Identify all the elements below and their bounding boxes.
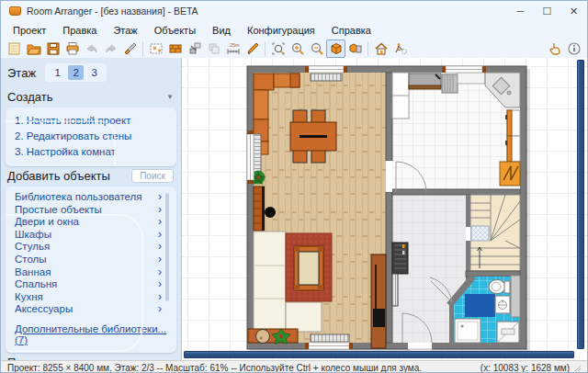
bookshelf[interactable] (254, 186, 265, 231)
radiator[interactable] (311, 73, 342, 81)
category-list-scrollbar[interactable] (165, 193, 169, 301)
svg-text:25m: 25m (230, 42, 240, 48)
interior-wall[interactable] (386, 192, 392, 343)
horizontal-scrollbar[interactable] (184, 351, 574, 358)
floor-tab-3[interactable]: 3 (86, 65, 102, 80)
more-libraries-link[interactable]: Дополнительные библиотеки... (7) (15, 323, 169, 345)
kitchen-sink[interactable] (442, 74, 458, 93)
floor-plan-canvas[interactable] (182, 58, 587, 360)
floor-tab-2[interactable]: 2 (68, 65, 84, 80)
info-icon[interactable] (564, 40, 583, 58)
view-3d-icon[interactable] (326, 40, 345, 58)
status-cursor-coords: (x: 10083 y: 1628 мм) (481, 363, 570, 373)
view-3d-objects-icon[interactable] (345, 40, 365, 58)
print-icon[interactable] (62, 40, 82, 58)
flooring-icon[interactable] (165, 40, 185, 58)
stove[interactable] (409, 73, 441, 89)
create-panel: 1. Начать новый проект 2. Редактировать … (6, 107, 176, 166)
stairs[interactable] (470, 195, 520, 271)
copy-objects-icon[interactable] (204, 40, 223, 58)
radiator[interactable] (311, 334, 349, 342)
category-simple-objects[interactable]: Простые объекты (15, 204, 162, 217)
menu-objects[interactable]: Объекты (146, 23, 204, 38)
new-project-icon[interactable] (5, 40, 24, 58)
menu-bar: Проект Правка Этаж Объекты Вид Конфигура… (1, 21, 587, 39)
zoom-out-icon[interactable] (307, 40, 326, 58)
zoom-window-icon[interactable] (268, 40, 288, 58)
menu-help[interactable]: Справка (323, 23, 379, 38)
vertical-scrollbar[interactable] (577, 60, 584, 349)
kitchen-counter[interactable] (458, 73, 485, 84)
app-icon (9, 6, 21, 16)
menu-edit[interactable]: Правка (54, 23, 105, 38)
measure-icon[interactable]: 25m (223, 40, 243, 58)
category-tables[interactable]: Столы (15, 254, 162, 266)
shower[interactable] (455, 319, 481, 343)
format-brush-icon[interactable] (120, 40, 140, 58)
menu-configuration[interactable]: Конфигурация (239, 23, 323, 38)
fridge[interactable] (500, 162, 520, 186)
edit-section-header[interactable]: Правка ▼ (6, 353, 176, 360)
tv[interactable] (373, 309, 385, 327)
undo-icon[interactable] (82, 40, 101, 58)
coffee-table[interactable] (294, 246, 323, 290)
link-edit-walls[interactable]: 2. Редактировать стены (15, 129, 169, 144)
close-button[interactable]: ✕ (560, 1, 587, 21)
kitchen-wall-cabinets[interactable] (506, 110, 520, 162)
toolbar: 25m (1, 39, 587, 58)
washing-machine[interactable] (497, 322, 519, 343)
search-input[interactable]: Поиск (131, 169, 174, 183)
zoom-in-icon[interactable] (288, 40, 307, 58)
toilet[interactable] (489, 280, 510, 294)
collapse-triangle-icon[interactable]: ▼ (166, 358, 174, 360)
bathroom-sink[interactable] (495, 296, 510, 313)
bathroom-counter[interactable] (511, 276, 520, 317)
window-title: Room Arranger - [без названия] - BETA (27, 6, 198, 17)
move-objects-icon[interactable] (185, 40, 204, 58)
category-bathroom[interactable]: Ванная (15, 266, 162, 279)
interior-wall[interactable] (386, 73, 392, 161)
menu-project[interactable]: Проект (5, 23, 54, 38)
add-objects-section-header[interactable]: Добавить объекты Поиск (6, 166, 176, 186)
floor-plan (182, 58, 588, 360)
create-section-header[interactable]: Создать ▼ (6, 87, 176, 107)
category-accessories[interactable]: Аксессуары (15, 303, 162, 316)
status-bar: Проект: 8255 × 8400 мм, Этаж: 2/3 -- Мас… (1, 360, 587, 373)
minimize-button[interactable]: ─ (507, 1, 534, 21)
menu-floor[interactable]: Этаж (105, 23, 145, 38)
pouf[interactable] (265, 207, 276, 218)
pointer-mode-icon[interactable] (545, 40, 564, 58)
floor-label: Этаж (7, 66, 36, 80)
floor-plan-icon[interactable] (146, 40, 165, 58)
category-bedroom[interactable]: Спальня (15, 278, 162, 291)
collapse-triangle-icon[interactable]: ▼ (166, 93, 174, 101)
open-project-icon[interactable] (24, 40, 43, 58)
floor-tabs: 1 2 3 (45, 63, 107, 82)
redo-icon[interactable] (101, 40, 120, 58)
link-room-setup[interactable]: 3. Настройка комнат (15, 144, 169, 160)
sideboard-bottom[interactable] (248, 329, 298, 344)
walkthrough-settings-icon[interactable] (390, 40, 410, 58)
tv-cabinet[interactable] (371, 254, 386, 348)
interior-wall[interactable] (466, 195, 470, 226)
sideboard-top[interactable] (254, 73, 300, 90)
dining-table[interactable] (290, 122, 336, 151)
category-doors-windows[interactable]: Двери и окна (15, 216, 162, 229)
bath-rug[interactable] (465, 294, 495, 317)
save-icon[interactable] (43, 40, 62, 58)
sidebar: Этаж 1 2 3 Создать ▼ 1. Начать новый про… (1, 58, 182, 360)
floor-tab-1[interactable]: 1 (50, 65, 65, 80)
link-new-project[interactable]: 1. Начать новый проект (15, 113, 169, 129)
maximize-button[interactable]: ☐ (534, 1, 560, 21)
resize-grip[interactable] (574, 365, 581, 371)
category-wardrobes[interactable]: Шкафы (15, 229, 162, 242)
category-chairs[interactable]: Стулья (15, 241, 162, 254)
tools-icon[interactable] (243, 40, 262, 58)
category-kitchen[interactable]: Кухня (15, 291, 162, 304)
interior-wall[interactable] (392, 189, 520, 195)
menu-view[interactable]: Вид (204, 23, 239, 38)
category-user-library[interactable]: Библиотека пользователя (15, 191, 162, 204)
radiator[interactable] (254, 134, 261, 173)
house-view-icon[interactable] (371, 40, 390, 58)
interior-wall[interactable] (449, 301, 454, 343)
